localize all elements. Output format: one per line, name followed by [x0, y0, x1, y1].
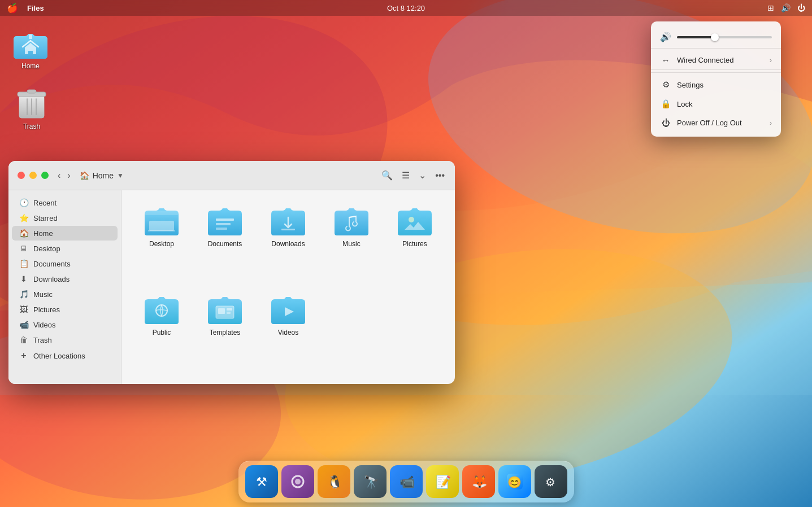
settings-menu-item[interactable]: ⚙ Settings [651, 75, 781, 94]
power-off-icon: ⏻ [660, 118, 671, 128]
wired-connected-text: Wired Connected [677, 56, 733, 64]
folder-documents[interactable]: Documents [196, 202, 254, 285]
sidebar-item-starred[interactable]: ⭐ Starred [12, 211, 118, 225]
path-label: Home [93, 171, 114, 180]
folder-videos[interactable]: Videos [259, 290, 317, 373]
zoom-icon: 📹 [396, 471, 416, 492]
folder-music-icon [333, 205, 370, 237]
sidebar-other-icon: + [19, 351, 29, 361]
sidebar-videos-icon: 📹 [19, 320, 29, 329]
lock-menu-item[interactable]: 🔒 Lock [651, 94, 781, 113]
dock-item-linux[interactable]: 🐧 [318, 465, 350, 498]
sidebar-item-videos[interactable]: 📹 Videos [12, 317, 118, 332]
sidebar-item-home[interactable]: 🏠 Home [12, 226, 118, 241]
home-folder-svg [12, 24, 49, 60]
app2-icon [288, 471, 308, 492]
view-toggle-button[interactable]: ☰ [401, 169, 411, 182]
sidebar-documents-label: Documents [33, 260, 71, 268]
folder-pictures[interactable]: Pictures [386, 202, 444, 285]
folder-documents-label: Documents [208, 240, 242, 248]
wired-connected-labels: Wired Connected [677, 56, 733, 64]
dock-item-firefox[interactable]: 🦊 [462, 465, 495, 498]
sidebar-item-other-locations[interactable]: + Other Locations [12, 348, 118, 364]
wired-connected-item[interactable]: ↔ Wired Connected › [651, 51, 781, 70]
path-dropdown-icon[interactable]: ▼ [117, 172, 124, 180]
search-button[interactable]: 🔍 [380, 169, 394, 182]
power-label: Power Off / Log Out [677, 119, 742, 127]
sidebar-documents-icon: 📋 [19, 259, 29, 268]
window-body: 🕐 Recent ⭐ Starred 🏠 Home 🖥 Desktop 📋 Do… [8, 190, 455, 384]
power-menu-item[interactable]: ⏻ Power Off / Log Out › [651, 113, 781, 132]
sidebar-pictures-icon: 🖼 [19, 305, 29, 314]
preview-icon: 🔭 [360, 471, 380, 492]
folder-desktop-icon [144, 205, 180, 237]
folder-music[interactable]: Music [323, 202, 380, 285]
nav-back-button[interactable]: ‹ [55, 169, 63, 182]
menu-divider-1 [651, 72, 781, 73]
window-close-button[interactable] [18, 172, 25, 179]
more-options-button[interactable]: ••• [434, 169, 446, 182]
sidebar-item-trash[interactable]: 🗑 Trash [12, 333, 118, 347]
svg-text:⚒: ⚒ [256, 475, 267, 489]
sidebar-item-downloads[interactable]: ⬇ Downloads [12, 272, 118, 286]
sidebar-item-documents[interactable]: 📋 Documents [12, 256, 118, 271]
folder-desktop[interactable]: Desktop [133, 202, 190, 285]
menubar: 🍎 Files Oct 8 12:20 ⊞ 🔊 ⏻ [0, 0, 812, 16]
svg-text:🐧: 🐧 [327, 474, 343, 489]
volume-control[interactable]: 🔊 [651, 26, 781, 49]
app-name-label[interactable]: Files [27, 4, 44, 12]
dock-item-notes[interactable]: 📝 [426, 465, 459, 498]
sidebar-starred-label: Starred [33, 214, 58, 222]
volume-slider-track[interactable] [677, 36, 772, 38]
folder-public[interactable]: Public [133, 290, 190, 373]
dock-item-tweaks[interactable]: ⚙ [535, 465, 567, 498]
window-minimize-button[interactable] [29, 172, 37, 179]
sidebar-trash-icon: 🗑 [19, 335, 29, 344]
dock: ⚒ 🐧 🔭 📹 📝 🦊 [238, 461, 574, 502]
file-manager-window: ‹ › 🏠 Home ▼ 🔍 ☰ ⌄ ••• 🕐 Recent ⭐ Starre… [8, 161, 455, 384]
network-status-icon[interactable]: ⊞ [767, 3, 774, 12]
volume-icon[interactable]: 🔊 [781, 3, 791, 12]
dock-item-xcode[interactable]: ⚒ [245, 465, 278, 498]
folder-templates-label: Templates [210, 329, 241, 336]
dock-item-zoom[interactable]: 📹 [390, 465, 423, 498]
folder-pictures-label: Pictures [402, 240, 427, 248]
folder-videos-icon [270, 294, 306, 325]
sidebar-desktop-label: Desktop [33, 244, 60, 253]
lock-label: Lock [677, 100, 692, 108]
sidebar-recent-label: Recent [33, 199, 57, 207]
trash-icon-label: Trash [23, 123, 40, 130]
notes-icon: 📝 [432, 471, 453, 492]
folder-templates[interactable]: Templates [196, 290, 254, 373]
wired-arrow-icon: › [770, 56, 772, 64]
sidebar-item-desktop[interactable]: 🖥 Desktop [12, 241, 118, 256]
power-icon[interactable]: ⏻ [797, 3, 805, 12]
folder-downloads[interactable]: Downloads [259, 202, 317, 285]
desktop-trash-icon[interactable]: Trash [11, 82, 52, 133]
dock-item-finder[interactable]: 😊 [498, 465, 531, 498]
folder-templates-icon [207, 294, 243, 325]
sidebar-downloads-icon: ⬇ [19, 274, 29, 283]
desktop-home-icon[interactable]: Home [10, 21, 51, 72]
sidebar-item-pictures[interactable]: 🖼 Pictures [12, 302, 118, 317]
window-maximize-button[interactable] [41, 172, 49, 179]
svg-text:⚙: ⚙ [545, 476, 555, 488]
settings-label: Settings [677, 81, 704, 89]
view-options-button[interactable]: ⌄ [418, 169, 427, 182]
sidebar-item-recent[interactable]: 🕐 Recent [12, 195, 118, 210]
volume-slider-thumb [711, 33, 719, 41]
sidebar-desktop-icon: 🖥 [19, 244, 29, 253]
folder-desktop-label: Desktop [149, 240, 174, 248]
xcode-icon: ⚒ [251, 471, 272, 492]
sidebar-music-icon: 🎵 [19, 290, 29, 299]
sidebar-item-music[interactable]: 🎵 Music [12, 287, 118, 301]
sidebar-home-label: Home [33, 229, 53, 238]
dock-item-app2[interactable] [281, 465, 314, 498]
apple-menu-icon[interactable]: 🍎 [7, 3, 18, 14]
dock-item-preview[interactable]: 🔭 [354, 465, 387, 498]
sidebar-home-icon: 🏠 [19, 229, 29, 238]
trash-folder-icon [14, 84, 50, 120]
svg-rect-14 [27, 90, 36, 93]
nav-forward-button[interactable]: › [65, 169, 72, 182]
volume-slider-fill [677, 36, 715, 38]
